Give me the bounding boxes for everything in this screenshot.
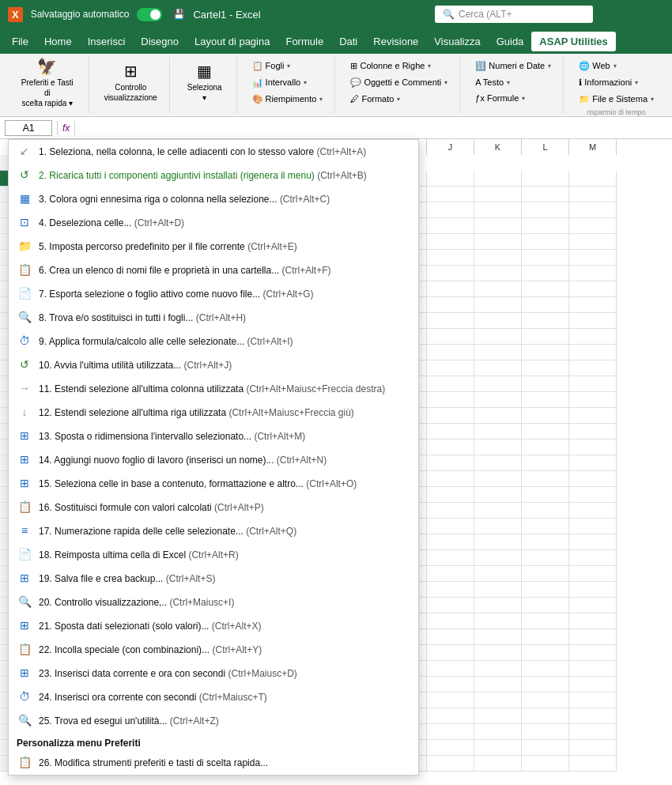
list-item[interactable]: ⊞14. Aggiungi nuovo foglio di lavoro (in…	[9, 448, 418, 472]
list-item[interactable]: 📋16. Sostituisci formule con valori calc…	[9, 496, 418, 519]
menu-item-text: 20. Controllo visualizzazione,.. (Ctrl+M…	[39, 596, 410, 610]
col-header-k[interactable]: K	[474, 139, 522, 155]
menu-items-container: ↙1. Seleziona, nella colonna, le celle a…	[9, 140, 418, 775]
list-item[interactable]: ⊡4. Deseleziona celle... (Ctrl+Alt+D)	[9, 211, 418, 235]
menu-item-icon: 🔍	[17, 310, 32, 326]
menu-item-icon: ⊞	[17, 452, 32, 468]
list-item[interactable]: 📄7. Esporta selezione o foglio attivo co…	[9, 282, 418, 306]
list-item[interactable]: ⊞23. Inserisci data corrente e ora con s…	[9, 662, 418, 685]
list-item[interactable]: →11. Estendi selezione all'ultima colonn…	[9, 377, 418, 401]
menubar-item-disegno[interactable]: Disegno	[133, 32, 187, 51]
ribbon-group-controllo: ⊞ Controllovisualizzazione	[92, 57, 170, 113]
seleziona-button[interactable]: ▦ Seleziona ▾	[179, 58, 230, 106]
menubar-item-asap[interactable]: ASAP Utilities	[531, 32, 615, 51]
ribbon-group-preferiti: 🦅 Preferiti e Tasti discelta rapida ▾	[6, 57, 89, 113]
menu-item-text: 24. Inserisci ora corrente con secondi (…	[39, 691, 410, 704]
preferiti-icon: 🦅	[35, 57, 60, 76]
menu-item-text: 19. Salva file e crea backup... (Ctrl+Al…	[39, 572, 410, 586]
riempimento-button[interactable]: 🎨 Riempimento ▾	[247, 92, 329, 107]
cell-reference[interactable]	[5, 120, 52, 136]
list-item[interactable]: 🔍20. Controllo visualizzazione,.. (Ctrl+…	[9, 591, 418, 614]
menu-item-icon: 🔍	[17, 713, 32, 729]
list-item[interactable]: ⊞15. Seleziona celle in base a contenuto…	[9, 472, 418, 496]
fogli-button[interactable]: 📋 Fogli ▾	[247, 58, 329, 74]
menubar-item-formule[interactable]: Formule	[277, 32, 331, 51]
menu-item-text: 18. Reimposta ultima cella di Excel (Ctr…	[39, 549, 410, 562]
menubar-item-visualizza[interactable]: Visualizza	[426, 32, 488, 51]
formato-button[interactable]: 🖊 Formato ▾	[345, 92, 453, 106]
menubar-item-inserisci[interactable]: Inserisci	[80, 32, 134, 51]
menu-item-text: 15. Seleziona celle in base a contenuto,…	[39, 477, 410, 491]
menubar-item-guida[interactable]: Guida	[489, 32, 532, 51]
menu-item-icon: ▦	[17, 191, 32, 207]
controllo-button[interactable]: ⊞ Controllovisualizzazione	[99, 58, 163, 106]
menu-item-icon: ⏱	[17, 334, 32, 349]
list-item[interactable]: ↺10. Avvia l'ultima utilità utilizzata..…	[9, 353, 418, 377]
formula-bar-divider2	[74, 121, 75, 135]
list-item[interactable]: ≡17. Numerazione rapida delle celle sele…	[9, 519, 418, 543]
file-sistema-button[interactable]: 📁 File e Sistema ▾	[573, 92, 659, 107]
formula-bar-divider	[57, 121, 58, 135]
intervallo-button[interactable]: 📊 Intervallo ▾	[247, 75, 329, 90]
ribbon-group-fogli: 📋 Fogli ▾ 📊 Intervallo ▾ 🎨 Riempimento ▾	[240, 57, 336, 113]
formule-button[interactable]: ƒx Formule ▾	[470, 91, 557, 105]
list-item[interactable]: 📄18. Reimposta ultima cella di Excel (Ct…	[9, 543, 418, 567]
menubar-item-dati[interactable]: Dati	[331, 32, 365, 51]
list-item[interactable]: ⊞13. Sposta o ridimensiona l'intervallo …	[9, 425, 418, 448]
list-item[interactable]: ↓12. Estendi selezione all'ultima riga u…	[9, 401, 418, 425]
list-item[interactable]: ▦3. Colora ogni ennesima riga o colonna …	[9, 187, 418, 211]
list-item[interactable]: 🔍8. Trova e/o sostituisci in tutti i fog…	[9, 306, 418, 330]
menu-item-text: 4. Deseleziona celle... (Ctrl+Alt+D)	[39, 217, 410, 230]
titlebar: X Salvataggio automatico 💾 Cartel1 - Exc…	[0, 0, 672, 28]
web-button[interactable]: 🌐 Web ▾	[573, 58, 659, 74]
col-header-j[interactable]: J	[427, 139, 474, 155]
search-placeholder: Cerca (ALT+	[459, 9, 512, 20]
menu-item-icon: 📁	[17, 239, 32, 255]
list-item[interactable]: 🔍25. Trova ed esegui un'utilità... (Ctrl…	[9, 709, 418, 733]
save-icon[interactable]: 💾	[173, 9, 185, 20]
colonne-small-group: ⊞ Colonne e Righe ▾ 💬 Oggetti e Commenti…	[345, 58, 453, 111]
autosave-toggle[interactable]	[137, 8, 162, 21]
menubar-item-layout[interactable]: Layout di pagina	[187, 32, 277, 51]
menu-item-text: 6. Crea un elenco di nomi file e proprie…	[39, 264, 410, 277]
menubar-item-revisione[interactable]: Revisione	[365, 32, 426, 51]
list-item[interactable]: ↺2. Ricarica tutti i componenti aggiunti…	[9, 164, 418, 187]
controllo-label: Controllovisualizzazione	[104, 82, 157, 103]
formula-input[interactable]	[80, 123, 667, 134]
menubar-item-file[interactable]: File	[4, 32, 36, 51]
preferiti-button[interactable]: 🦅 Preferiti e Tasti discelta rapida ▾	[13, 58, 82, 106]
colonne-righe-button[interactable]: ⊞ Colonne e Righe ▾	[345, 58, 453, 74]
list-item[interactable]: 📋26. Modifica strumenti preferiti e tast…	[9, 751, 418, 775]
menu-item-text: 16. Sostituisci formule con valori calco…	[39, 501, 410, 515]
informazioni-button[interactable]: ℹ Informazioni ▾	[573, 75, 659, 90]
list-item[interactable]: ↙1. Seleziona, nella colonna, le celle a…	[9, 140, 418, 164]
menu-section-header: Personalizza menu Preferiti	[9, 733, 418, 751]
search-icon: 🔍	[443, 9, 455, 20]
menu-item-text: 14. Aggiungi nuovo foglio di lavoro (ins…	[39, 454, 410, 467]
list-item[interactable]: ⏱9. Applica formula/calcolo alle celle s…	[9, 330, 418, 353]
list-item[interactable]: ⊞21. Sposta dati selezionati (solo valor…	[9, 614, 418, 638]
web-small-group: 🌐 Web ▾ ℹ Informazioni ▾ 📁 File e Sistem…	[573, 58, 659, 107]
search-box[interactable]: 🔍 Cerca (ALT+	[435, 6, 593, 23]
menu-item-text: 11. Estendi selezione all'ultima colonna…	[39, 383, 410, 396]
menu-item-icon: 📋	[17, 755, 32, 771]
menu-item-icon: ⊞	[17, 666, 32, 681]
menu-item-icon: 📋	[17, 262, 32, 278]
col-header-m[interactable]: M	[569, 139, 617, 155]
list-item[interactable]: ⏱24. Inserisci ora corrente con secondi …	[9, 685, 418, 709]
menubar-item-home[interactable]: Home	[36, 32, 80, 51]
ribbon-group-web: 🌐 Web ▾ ℹ Informazioni ▾ 📁 File e Sistem…	[567, 57, 666, 113]
list-item[interactable]: 📁5. Imposta percorso predefinito per il …	[9, 235, 418, 259]
list-item[interactable]: ⊞19. Salva file e crea backup... (Ctrl+A…	[9, 567, 418, 591]
list-item[interactable]: 📋22. Incolla speciale (con combinazioni)…	[9, 638, 418, 662]
excel-area: A B C D E F G H I J K L M 12345678910111…	[0, 139, 672, 785]
menu-item-icon: 📄	[17, 547, 32, 563]
list-item[interactable]: 📋6. Crea un elenco di nomi file e propri…	[9, 259, 418, 282]
numeri-date-button[interactable]: 🔢 Numeri e Date ▾	[470, 58, 557, 74]
oggetti-button[interactable]: 💬 Oggetti e Commenti ▾	[345, 75, 453, 90]
excel-logo-icon: X	[8, 7, 23, 22]
col-header-l[interactable]: L	[522, 139, 569, 155]
menu-item-icon: ⊞	[17, 428, 32, 444]
testo-button[interactable]: A Testo ▾	[470, 75, 557, 89]
numeri-small-group: 🔢 Numeri e Date ▾ A Testo ▾ ƒx Formule ▾	[470, 58, 557, 111]
